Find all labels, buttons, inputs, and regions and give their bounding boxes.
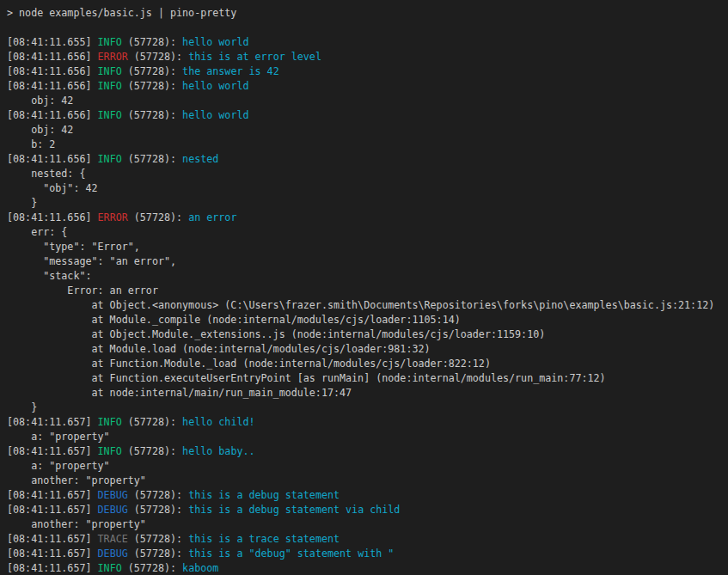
log-level-info: INFO [98, 36, 122, 48]
log-text: at Module._compile (node:internal/module… [7, 314, 461, 326]
log-text: (57728): [128, 547, 188, 560]
terminal-output[interactable]: > node examples/basic.js | pino-pretty[0… [0, 0, 728, 575]
terminal-line: [08:41:11.656] INFO (57728): nested [7, 152, 728, 167]
log-level-info: INFO [98, 416, 122, 428]
log-text: obj: 42 [7, 95, 73, 107]
terminal-line: [08:41:11.657] DEBUG (57728): this is a … [7, 488, 728, 503]
log-text: (57728): [128, 211, 188, 223]
log-message: hello world [182, 80, 248, 92]
terminal-line: obj: 42 [7, 94, 728, 108]
log-text: [08:41:11.657] [7, 533, 98, 545]
log-text: a: "property" [7, 460, 110, 472]
terminal-line: Error: an error [7, 284, 728, 298]
log-level-error: ERROR [98, 51, 128, 63]
log-text: [08:41:11.656] [7, 80, 98, 92]
log-message: hello world [182, 36, 248, 48]
log-text: [08:41:11.657] [7, 562, 98, 574]
log-text: [08:41:11.657] [7, 416, 98, 428]
log-message: this is at error level [188, 51, 321, 63]
log-text: (57728): [122, 153, 182, 165]
terminal-line: } [7, 196, 728, 211]
log-text: (57728): [122, 445, 182, 457]
log-text: > node examples/basic.js | pino-pretty [7, 7, 236, 19]
terminal-line: nested: { [7, 167, 728, 181]
log-text: [08:41:11.657] [7, 547, 98, 560]
log-text: at node:internal/main/run_main_module:17… [7, 387, 352, 399]
log-text: at Object.<anonymous> (C:\Users\frazer.s… [7, 299, 714, 311]
terminal-line: "stack": [7, 269, 728, 284]
terminal-line [7, 21, 728, 35]
log-text: nested: { [7, 168, 85, 180]
log-message: an error [188, 211, 236, 223]
log-text: (57728): [128, 533, 188, 545]
log-level-info: INFO [98, 65, 122, 77]
log-text: (57728): [122, 80, 182, 92]
terminal-line: another: "property" [7, 517, 728, 532]
terminal-line: [08:41:11.657] INFO (57728): hello baby.… [7, 444, 728, 459]
log-message: the answer is 42 [182, 65, 279, 77]
terminal-line: at Module.load (node:internal/modules/cj… [7, 342, 728, 357]
log-level-info: INFO [98, 153, 122, 165]
log-message: this is a debug statement via child [188, 504, 400, 516]
log-level-debug: DEBUG [98, 489, 128, 501]
terminal-line: [08:41:11.657] TRACE (57728): this is a … [7, 532, 728, 547]
log-text: } [7, 197, 37, 209]
log-text: [08:41:11.657] [7, 504, 98, 516]
log-text: (57728): [122, 65, 182, 77]
terminal-line: [08:41:11.656] INFO (57728): hello world [7, 79, 728, 94]
log-text: (57728): [122, 416, 182, 428]
terminal-line: [08:41:11.656] ERROR (57728): this is at… [7, 50, 728, 64]
log-text: (57728): [122, 109, 182, 121]
log-text: [08:41:11.656] [7, 153, 98, 165]
terminal-line: at Object.Module._extensions..js (node:i… [7, 327, 728, 342]
log-text: [08:41:11.656] [7, 51, 98, 63]
log-text: a: "property" [7, 431, 110, 443]
log-text: [08:41:11.657] [7, 445, 98, 457]
log-text: (57728): [128, 489, 188, 501]
log-text: [08:41:11.657] [7, 489, 98, 501]
log-text: another: "property" [7, 474, 146, 486]
terminal-line: "message": "an error", [7, 254, 728, 269]
log-text: at Function.executeUserEntryPoint [as ru… [7, 372, 606, 384]
log-level-info: INFO [98, 562, 122, 574]
terminal-line: [08:41:11.657] INFO (57728): kaboom [7, 561, 728, 575]
log-text: (57728): [128, 51, 188, 63]
log-text: obj: 42 [7, 124, 73, 136]
log-message: this is a "debug" statement with " [188, 547, 394, 560]
log-text: (57728): [122, 36, 182, 48]
terminal-line: [08:41:11.657] INFO (57728): hello child… [7, 415, 728, 430]
terminal-line: err: { [7, 225, 728, 240]
log-text: "obj": 42 [7, 182, 98, 194]
terminal-line: at Function.executeUserEntryPoint [as ru… [7, 371, 728, 386]
terminal-line: b: 2 [7, 138, 728, 152]
terminal-line: [08:41:11.656] ERROR (57728): an error [7, 211, 728, 225]
log-level-trace: TRACE [98, 533, 128, 545]
terminal-line: obj: 42 [7, 123, 728, 138]
log-level-info: INFO [98, 445, 122, 457]
log-text: "stack": [7, 270, 92, 282]
terminal-line: at Function.Module._load (node:internal/… [7, 357, 728, 371]
log-text: [08:41:11.655] [7, 36, 98, 48]
log-text: [08:41:11.656] [7, 109, 98, 121]
terminal-line: at Object.<anonymous> (C:\Users\frazer.s… [7, 298, 728, 313]
log-message: hello child! [182, 416, 254, 428]
log-level-info: INFO [98, 80, 122, 92]
terminal-line: at node:internal/main/run_main_module:17… [7, 386, 728, 401]
terminal-line: [08:41:11.655] INFO (57728): hello world [7, 35, 728, 50]
terminal-line: } [7, 401, 728, 415]
log-text: "message": "an error", [7, 255, 176, 267]
log-message: kaboom [182, 562, 218, 574]
log-message: nested [182, 153, 218, 165]
log-level-debug: DEBUG [98, 547, 128, 560]
log-message: hello world [182, 109, 248, 121]
log-level-info: INFO [98, 109, 122, 121]
log-text: at Object.Module._extensions..js (node:i… [7, 328, 545, 340]
log-text: at Function.Module._load (node:internal/… [7, 358, 491, 370]
log-text: b: 2 [7, 138, 55, 150]
terminal-line: at Module._compile (node:internal/module… [7, 313, 728, 327]
terminal-line: [08:41:11.657] DEBUG (57728): this is a … [7, 547, 728, 561]
terminal-line: a: "property" [7, 459, 728, 474]
log-text: "type": "Error", [7, 241, 140, 253]
log-level-error: ERROR [98, 211, 128, 223]
log-text: (57728): [128, 504, 188, 516]
